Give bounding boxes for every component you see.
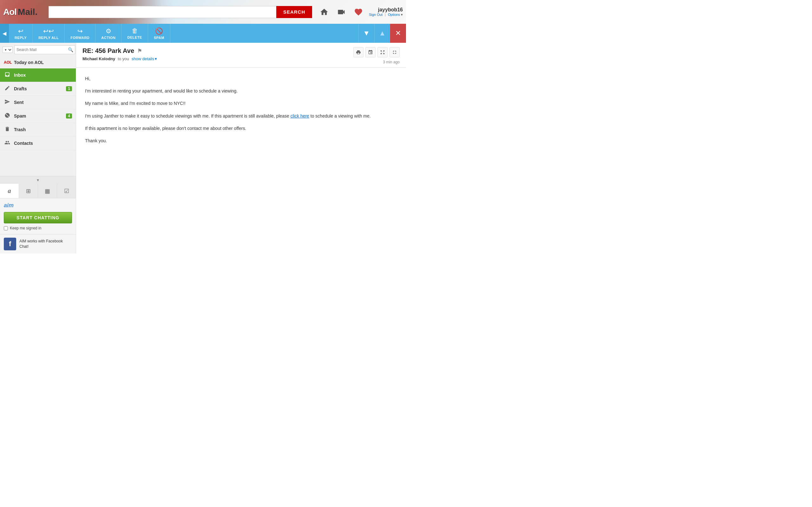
video-icon[interactable] <box>336 6 347 18</box>
sidebar-item-trash[interactable]: Trash <box>0 123 76 136</box>
delete-button[interactable]: 🗑 DELETE <box>121 24 148 43</box>
flag-icon[interactable]: ⚑ <box>137 48 142 54</box>
tab-check[interactable]: ☑ <box>57 184 76 198</box>
sidebar-collapse-icon[interactable]: ▾ <box>37 177 39 182</box>
reply-button[interactable]: ↩ REPLY <box>9 24 33 43</box>
user-section: jayybob16 Sign Out | Options ▾ <box>369 7 403 17</box>
spam-badge: 4 <box>66 113 72 118</box>
aol-nav-icon: AOL <box>4 60 11 65</box>
keep-signed-checkbox[interactable] <box>4 226 8 230</box>
sidebar-item-contacts[interactable]: Contacts <box>0 136 76 150</box>
print-button[interactable] <box>353 47 363 57</box>
spam-nav-icon <box>4 112 11 119</box>
sidebar-item-spam[interactable]: Spam 4 <box>0 109 76 123</box>
reply-all-icon: ↩↩ <box>43 27 54 35</box>
keep-signed-label: Keep me signed in <box>10 226 41 230</box>
header-icons <box>318 6 364 18</box>
email-time: 3 min ago <box>383 60 400 64</box>
action-label: ACTION <box>101 36 115 40</box>
sidebar-label-contacts: Contacts <box>14 141 72 146</box>
back-button[interactable]: ◀ <box>0 24 9 43</box>
forward-button[interactable]: ↪ FORWARD <box>65 24 96 43</box>
email-body: Hi, I'm interested in renting your apart… <box>76 68 406 253</box>
keep-signed-area: Keep me signed in <box>4 226 72 230</box>
search-bar: ▾ 🔍 <box>0 43 76 57</box>
table-tab-icon: ⊞ <box>26 187 31 194</box>
tab-text[interactable]: a <box>0 184 19 198</box>
sidebar-label-drafts: Drafts <box>14 86 63 91</box>
mail-search-input[interactable] <box>14 48 66 52</box>
email-toolbar: ◀ ↩ REPLY ↩↩ REPLY ALL ↪ FORWARD ⚙ ACTIO… <box>0 24 406 43</box>
options-link[interactable]: Options <box>388 13 400 16</box>
drafts-badge: 1 <box>66 86 72 91</box>
header: Aol Mail. SEARCH jayybob16 Sign Out | Op… <box>0 0 406 24</box>
aim-logo: aim <box>4 202 72 209</box>
start-chatting-button[interactable]: START CHATTING <box>4 212 72 223</box>
email-line-2: I'm interested in renting your apartment… <box>85 87 397 95</box>
user-links: Sign Out | Options ▾ <box>369 13 403 17</box>
text-tab-icon: a <box>8 187 11 194</box>
search-button[interactable]: SEARCH <box>276 6 312 18</box>
fullscreen-button[interactable] <box>390 47 400 57</box>
sidebar-item-today[interactable]: AOL Today on AOL <box>0 57 76 68</box>
calendar-button[interactable] <box>365 47 375 57</box>
chevron-down-icon: ▼ <box>363 29 370 38</box>
click-here-link[interactable]: click here <box>291 113 309 118</box>
email-line-4-after: to schedule a viewing with me. <box>309 113 371 118</box>
tab-table[interactable]: ⊞ <box>19 184 38 198</box>
show-details-text: show details <box>132 56 154 61</box>
check-tab-icon: ☑ <box>64 187 69 194</box>
spam-label: SPAM <box>154 36 164 40</box>
sidebar-label-spam: Spam <box>14 113 63 118</box>
heart-icon[interactable] <box>353 6 364 18</box>
sender-name: Michael Kolodny <box>83 56 115 61</box>
main-layout: ▾ 🔍 AOL Today on AOL Inbox <box>0 43 406 253</box>
email-line-3: My name is Mike, and I'm excited to move… <box>85 100 397 107</box>
sidebar-label-sent: Sent <box>14 100 72 105</box>
search-input-wrap: 🔍 <box>14 45 75 54</box>
sidebar-item-inbox[interactable]: Inbox <box>0 68 76 82</box>
reply-all-label: REPLY ALL <box>38 36 59 40</box>
inbox-icon <box>4 72 11 78</box>
sign-out-link[interactable]: Sign Out <box>369 13 383 16</box>
facebook-text: AIM works with Facebook Chat! <box>19 239 72 249</box>
tab-calendar[interactable]: ▦ <box>38 184 57 198</box>
email-line-4-before: I'm using Janther to make it easy to sch… <box>85 113 291 118</box>
close-icon: ✕ <box>395 29 401 38</box>
sent-icon <box>4 99 11 106</box>
sidebar-item-sent[interactable]: Sent <box>0 96 76 109</box>
email-subject: RE: 456 Park Ave ⚑ <box>83 47 157 55</box>
action-button[interactable]: ⚙ ACTION <box>96 24 121 43</box>
aol-logo: Aol Mail. <box>3 7 38 17</box>
search-input[interactable] <box>49 6 276 18</box>
trash-nav-icon <box>4 126 11 133</box>
sidebar-item-drafts[interactable]: Drafts 1 <box>0 82 76 96</box>
mail-search-icon[interactable]: 🔍 <box>66 45 75 54</box>
to-you: to you <box>118 56 129 61</box>
resize-button[interactable] <box>377 47 388 57</box>
home-icon[interactable] <box>318 6 330 18</box>
aim-section: aim START CHATTING Keep me signed in <box>0 199 76 234</box>
show-details-link[interactable]: show details ▾ <box>132 56 157 61</box>
forward-label: FORWARD <box>70 36 90 40</box>
header-search-area: SEARCH <box>49 6 312 18</box>
reply-icon: ↩ <box>18 27 23 35</box>
username: jayybob16 <box>369 7 403 13</box>
email-header: RE: 456 Park Ave ⚑ Michael Kolodny to yo… <box>76 43 406 68</box>
toolbar-right: ▼ ▲ ✕ <box>358 24 406 43</box>
forward-icon: ↪ <box>78 27 83 35</box>
aol-mail-text: Mail. <box>18 7 38 17</box>
sidebar-bottom: ▾ a ⊞ ▦ ☑ aim START CHATTING <box>0 176 76 253</box>
email-line-5: If this apartment is no longer available… <box>85 124 397 132</box>
close-button[interactable]: ✕ <box>390 24 406 43</box>
email-line-6: Thank you. <box>85 137 397 145</box>
facebook-icon: f <box>4 238 16 250</box>
delete-label: DELETE <box>127 36 142 39</box>
sidebar-label-today: Today on AOL <box>14 60 72 65</box>
nav-down-button[interactable]: ▼ <box>358 24 374 43</box>
reply-all-button[interactable]: ↩↩ REPLY ALL <box>33 24 65 43</box>
nav-up-button[interactable]: ▲ <box>374 24 390 43</box>
search-scope-select[interactable]: ▾ <box>3 47 13 53</box>
contacts-nav-icon <box>4 140 11 147</box>
spam-button[interactable]: 🚫 SPAM <box>148 24 170 43</box>
